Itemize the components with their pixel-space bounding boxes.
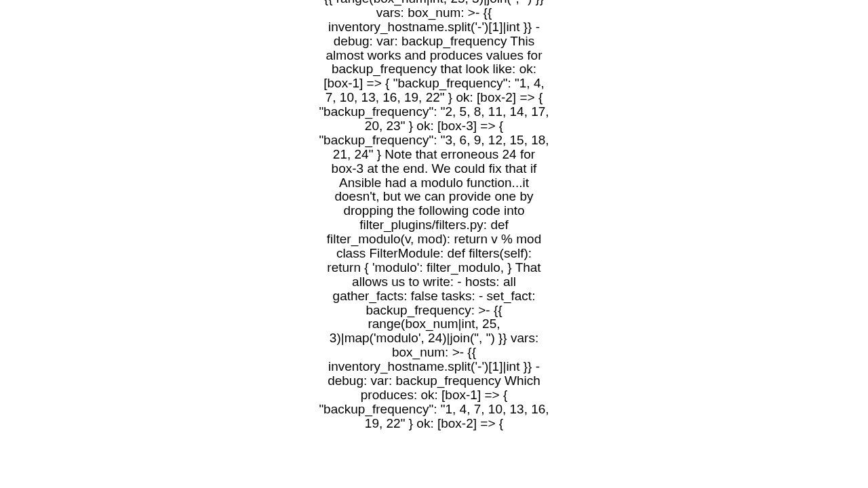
text-content: {{ range(box_num|int, 25, 3)|join(", ") … [319,0,549,431]
